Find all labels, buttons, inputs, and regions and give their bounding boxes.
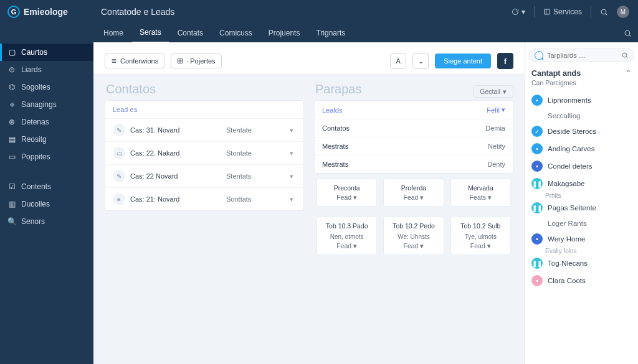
conversions-button[interactable]: Conferwions xyxy=(105,54,164,68)
tab-home[interactable]: Home xyxy=(96,24,131,42)
stat-card[interactable]: Tob 10.2 SulbTye, ulmotsFead▾ xyxy=(450,217,511,255)
lead-row[interactable]: ≡Cas: 21: NovardSonttats▾ xyxy=(105,188,303,210)
col1-head[interactable]: Lead es xyxy=(105,101,303,119)
right-panel-subtitle: Can Parcigmes xyxy=(531,79,632,86)
sidebar-item-sanagings[interactable]: ⎆Sanagings xyxy=(0,96,93,113)
status-badge: ❚❚ xyxy=(531,178,543,189)
top-header: G Emieologe Contatode e Leads ▾ Services… xyxy=(0,0,638,24)
tab-serats[interactable]: Serats xyxy=(132,24,169,43)
sidebar-icon: ▢ xyxy=(7,48,16,57)
rp-item[interactable]: •Lipnronments xyxy=(529,91,634,109)
card-sub[interactable]: Feats▾ xyxy=(455,194,507,201)
sidebar-item-reositg[interactable]: ▤Reositg xyxy=(0,131,93,148)
sidebar-label: Poppites xyxy=(21,152,50,161)
row-status: Stontate xyxy=(226,149,282,157)
sidebar-item-liards[interactable]: ⊝Liards xyxy=(0,61,93,78)
sidebar-icon: ⊕ xyxy=(7,118,16,126)
header-search[interactable] xyxy=(600,8,608,16)
lead-row[interactable]: ✎Cas: 31. NovardStentate▾ xyxy=(105,119,303,142)
services-link[interactable]: Services xyxy=(543,7,582,16)
rp-item[interactable]: •Anding Carves xyxy=(529,140,634,157)
card-sub[interactable]: Fead▾ xyxy=(455,242,507,250)
sidebar-item-caurtos[interactable]: ▢Caurtos xyxy=(0,44,93,61)
sidebar-label: Ducolles xyxy=(21,200,50,208)
card-sub[interactable]: Fead▾ xyxy=(388,242,439,250)
column-parapas: Parapas Gectail ▾ Lealds Fefil ▾ xyxy=(314,81,513,357)
sidebar-label: Detenas xyxy=(21,118,49,126)
sidebar-item-ducolles[interactable]: ▥Ducolles xyxy=(0,195,93,213)
card-mid: Nen, otmots xyxy=(321,233,373,240)
tab-trignarts[interactable]: Trignarts xyxy=(308,24,353,42)
rp-item[interactable]: Loger Rants xyxy=(529,217,634,230)
brand[interactable]: G Emieologe xyxy=(0,0,93,24)
chevron-up-icon: ⌃ xyxy=(625,68,632,78)
facebook-button[interactable]: f xyxy=(497,53,513,69)
row-name: Cas: 22. Nakard xyxy=(130,149,221,157)
status-badge: • xyxy=(531,233,543,245)
row-name: Cas: 31. Novard xyxy=(130,126,221,134)
col2-head[interactable]: Lealds Fefil ▾ xyxy=(315,101,513,119)
sidebar-item-sogoltes[interactable]: ⌬Sogoltes xyxy=(0,78,93,96)
projects-label: · Pojertes xyxy=(186,57,215,65)
sidebar-item-senors[interactable]: 🔍Senors xyxy=(0,213,93,230)
rp-item[interactable]: •Clara Coots xyxy=(529,272,634,289)
rp-item[interactable]: ❚❚Pagas Seitente xyxy=(529,199,634,217)
card-sub[interactable]: Fead▾ xyxy=(321,242,373,250)
detail-dropdown[interactable]: Gectail ▾ xyxy=(473,85,513,98)
projects-button[interactable]: · Pojertes xyxy=(171,54,221,68)
tab-contats[interactable]: Contats xyxy=(170,24,211,42)
rp-item[interactable]: ✓Deside Sterocs xyxy=(529,123,634,140)
page-title: Contatode e Leads xyxy=(93,7,174,17)
row-dropdown[interactable]: ▾ xyxy=(287,126,296,134)
card-top: Tob 10.2 Pedo xyxy=(388,222,439,230)
refresh-dropdown[interactable]: ▾ xyxy=(512,7,525,16)
col2-head-action[interactable]: Fefil ▾ xyxy=(487,106,505,114)
font-dropdown[interactable]: ⌄ xyxy=(412,53,429,69)
card-title: Preconta xyxy=(321,184,373,192)
rp-label: Clara Coots xyxy=(548,277,586,284)
stage-button[interactable]: Siege antent xyxy=(435,54,491,68)
info-row: ContatosDemia xyxy=(315,119,513,138)
font-button[interactable]: A xyxy=(390,53,406,69)
rp-item[interactable]: ❚❚Makagsabe xyxy=(529,175,634,192)
rp-item[interactable]: •Condel deters xyxy=(529,157,634,175)
sidebar-item-poppites[interactable]: ▭Poppites xyxy=(0,148,93,166)
sidebar-label: Senors xyxy=(21,217,45,226)
rp-item[interactable]: •Wery Home xyxy=(529,230,634,248)
stat-card[interactable]: MervadaFeats▾ xyxy=(450,179,511,207)
col2-title: Parapas xyxy=(314,81,362,100)
tab-bar: HomeSeratsContatsComicussProjuentsTrigna… xyxy=(93,24,638,42)
chevron-down-icon: ▾ xyxy=(420,242,424,250)
tab-projuents[interactable]: Projuents xyxy=(261,24,308,42)
status-badge: ✓ xyxy=(531,126,543,137)
right-search[interactable] xyxy=(529,49,634,62)
row-dropdown[interactable]: ▾ xyxy=(287,172,296,180)
stat-card[interactable]: Tob 10.2 PedoWe: UhnstsFead▾ xyxy=(383,217,444,255)
tab-comicuss[interactable]: Comicuss xyxy=(212,24,260,42)
row-dropdown[interactable]: ▾ xyxy=(287,149,296,157)
right-search-input[interactable] xyxy=(547,52,617,59)
stat-card[interactable]: Tob 10.3 PadoNen, otmotsFead▾ xyxy=(317,217,377,255)
sidebar-item-detenas[interactable]: ⊕Detenas xyxy=(0,113,93,131)
tab-search[interactable] xyxy=(624,29,632,37)
sidebar-item-contents[interactable]: ☑Contents xyxy=(0,178,93,195)
card-sub[interactable]: Fead▾ xyxy=(321,194,373,201)
rp-label: Lipnronments xyxy=(548,96,591,104)
svg-line-13 xyxy=(626,57,627,58)
lead-row[interactable]: ▭Cas: 22. NakardStontate▾ xyxy=(105,142,303,165)
right-panel-title[interactable]: Cantapt ands ⌃ xyxy=(531,68,632,78)
search-icon xyxy=(600,8,608,16)
search-icon[interactable] xyxy=(621,52,629,59)
row-dropdown[interactable]: ▾ xyxy=(287,195,296,203)
content-area: Contatos Lead es ✎Cas: 31. NovardStentat… xyxy=(93,73,525,364)
stat-card[interactable]: PrecontaFead▾ xyxy=(317,179,377,207)
lead-row[interactable]: ✎Cas: 22 NovardStentats▾ xyxy=(105,165,303,188)
rp-item[interactable]: Seccalling xyxy=(529,109,634,123)
rp-item[interactable]: ❚❚Tog-Nlecans xyxy=(529,254,634,272)
rp-label: Deside Sterocs xyxy=(548,128,596,135)
card-sub[interactable]: Fead▾ xyxy=(388,194,439,201)
stat-card[interactable]: ProferdaFead▾ xyxy=(383,179,444,207)
chevron-down-icon: ▾ xyxy=(353,242,357,250)
chevron-down-icon: ▾ xyxy=(488,194,492,201)
avatar[interactable]: M xyxy=(617,6,629,18)
